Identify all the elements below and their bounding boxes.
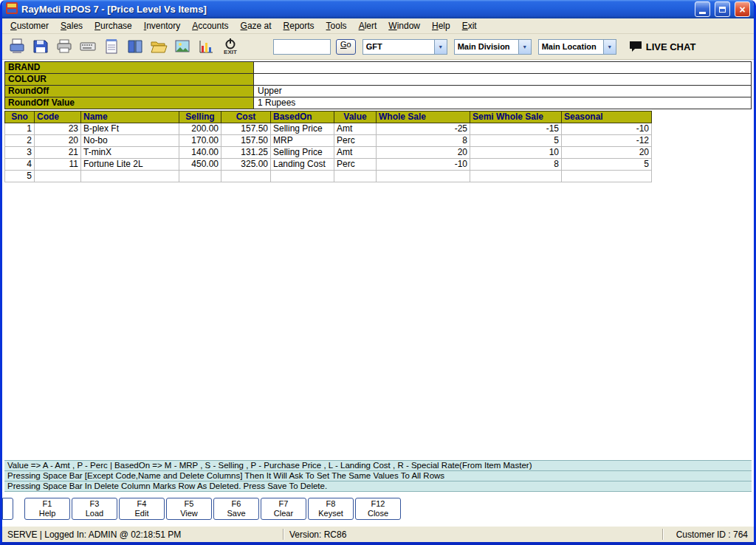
menu-reports[interactable]: Reports xyxy=(278,18,320,33)
cell-wholesale[interactable] xyxy=(377,171,470,182)
cell-cost[interactable] xyxy=(221,171,271,182)
cell-code[interactable]: 23 xyxy=(35,123,81,135)
cell-wholesale[interactable]: -10 xyxy=(377,159,470,171)
menu-tools[interactable]: Tools xyxy=(320,18,353,33)
cell-value[interactable]: Perc xyxy=(334,159,377,171)
cell-basedon[interactable]: Landing Cost xyxy=(271,159,334,171)
menu-purchase[interactable]: Purchase xyxy=(89,18,138,33)
image-icon[interactable] xyxy=(172,36,192,57)
roundoff-value-field[interactable]: 1 Rupees xyxy=(254,97,752,109)
cell-name[interactable] xyxy=(81,171,179,182)
menu-customer[interactable]: Customer xyxy=(4,18,55,33)
toolbar-search-input[interactable] xyxy=(273,39,331,55)
cell-selling[interactable]: 140.00 xyxy=(179,147,221,159)
menu-window[interactable]: Window xyxy=(382,18,426,33)
f12-close-button[interactable]: F12 Close xyxy=(355,498,401,520)
close-button[interactable]: × xyxy=(735,1,750,17)
form-row-colour: COLOUR xyxy=(4,74,752,86)
cell-sno[interactable]: 3 xyxy=(5,147,35,159)
cell-sno[interactable]: 4 xyxy=(5,159,35,171)
cell-semiwholesale[interactable]: 8 xyxy=(470,159,562,171)
brand-field[interactable] xyxy=(254,62,752,74)
cell-wholesale[interactable]: -25 xyxy=(377,123,470,135)
menu-gaze-at[interactable]: Gaze at xyxy=(235,18,278,33)
cell-value[interactable]: Amt xyxy=(334,123,377,135)
cell-name[interactable]: Fortune Lite 2L xyxy=(81,159,179,171)
cell-code[interactable]: 11 xyxy=(35,159,81,171)
cell-semiwholesale[interactable]: -15 xyxy=(470,123,562,135)
cell-code[interactable] xyxy=(35,171,81,182)
location-value: Main Location xyxy=(539,42,603,51)
restore-button[interactable] xyxy=(715,1,730,17)
cell-seasonal[interactable]: -12 xyxy=(562,135,652,147)
cell-selling[interactable]: 450.00 xyxy=(179,159,221,171)
chevron-down-icon[interactable]: ▼ xyxy=(518,40,531,54)
cell-seasonal[interactable]: 20 xyxy=(562,147,652,159)
printer-icon[interactable] xyxy=(54,36,74,57)
chevron-down-icon[interactable]: ▼ xyxy=(434,40,447,54)
cell-name[interactable]: No-bo xyxy=(81,135,179,147)
cell-name[interactable]: T-minX xyxy=(81,147,179,159)
cell-value[interactable]: Amt xyxy=(334,147,377,159)
cell-wholesale[interactable]: 20 xyxy=(377,147,470,159)
f8-keyset-button[interactable]: F8 Keyset xyxy=(308,498,354,520)
division-combobox[interactable]: Main Division ▼ xyxy=(454,39,532,55)
cell-semiwholesale[interactable]: 5 xyxy=(470,135,562,147)
cell-value[interactable]: Perc xyxy=(334,135,377,147)
f5-view-button[interactable]: F5 View xyxy=(166,498,212,520)
cell-selling[interactable]: 200.00 xyxy=(179,123,221,135)
partial-button[interactable] xyxy=(2,498,13,520)
menu-alert[interactable]: Alert xyxy=(353,18,383,33)
cell-basedon[interactable]: MRP xyxy=(271,135,334,147)
menu-accounts[interactable]: Accounts xyxy=(186,18,234,33)
f7-clear-button[interactable]: F7 Clear xyxy=(261,498,306,520)
f4-edit-button[interactable]: F4 Edit xyxy=(119,498,165,520)
menu-exit[interactable]: Exit xyxy=(456,18,483,33)
notepad-icon[interactable] xyxy=(101,36,121,57)
cell-selling[interactable]: 170.00 xyxy=(179,135,221,147)
pos-bill-icon[interactable] xyxy=(7,36,27,57)
keyboard-icon[interactable] xyxy=(78,36,97,57)
cell-semiwholesale[interactable] xyxy=(470,171,562,182)
live-chat-button[interactable]: LIVE CHAT xyxy=(629,41,696,52)
f6-save-button[interactable]: F6 Save xyxy=(213,498,259,520)
location-combobox[interactable]: Main Location ▼ xyxy=(538,39,616,55)
cell-seasonal[interactable]: 5 xyxy=(562,159,652,171)
cell-semiwholesale[interactable]: 10 xyxy=(470,147,562,159)
cell-cost[interactable]: 157.50 xyxy=(221,123,271,135)
go-button[interactable]: Go xyxy=(336,39,356,55)
cell-basedon[interactable] xyxy=(271,171,334,182)
menu-help[interactable]: Help xyxy=(426,18,456,33)
minimize-button[interactable] xyxy=(695,1,710,17)
cell-code[interactable]: 20 xyxy=(35,135,81,147)
ledger-icon[interactable] xyxy=(125,36,145,57)
cell-seasonal[interactable] xyxy=(562,171,652,182)
cell-code[interactable]: 21 xyxy=(35,147,81,159)
f3-load-button[interactable]: F3 Load xyxy=(72,498,117,520)
cell-value[interactable] xyxy=(334,171,377,182)
cell-basedon[interactable]: Selling Price xyxy=(271,123,334,135)
cell-basedon[interactable]: Selling Price xyxy=(271,147,334,159)
save-icon[interactable] xyxy=(30,36,50,57)
chart-icon[interactable] xyxy=(196,36,216,57)
cell-cost[interactable]: 157.50 xyxy=(221,135,271,147)
cell-selling[interactable] xyxy=(179,171,221,182)
cell-name[interactable]: B-plex Ft xyxy=(81,123,179,135)
cell-sno[interactable]: 1 xyxy=(5,123,35,135)
f1-help-button[interactable]: F1 Help xyxy=(24,498,70,520)
cell-sno[interactable]: 5 xyxy=(5,171,35,182)
colour-field[interactable] xyxy=(254,74,752,86)
pricelevel-combobox[interactable]: GFT ▼ xyxy=(362,39,447,55)
exit-button[interactable]: EXIT xyxy=(219,36,241,57)
roundoff-field[interactable]: Upper xyxy=(254,86,752,97)
folder-open-icon[interactable] xyxy=(148,36,168,57)
cell-cost[interactable]: 325.00 xyxy=(221,159,271,171)
menu-inventory[interactable]: Inventory xyxy=(138,18,186,33)
cell-sno[interactable]: 2 xyxy=(5,135,35,147)
app-icon xyxy=(6,2,18,16)
cell-cost[interactable]: 131.25 xyxy=(221,147,271,159)
chevron-down-icon[interactable]: ▼ xyxy=(603,40,616,54)
menu-sales[interactable]: Sales xyxy=(55,18,89,33)
cell-wholesale[interactable]: 8 xyxy=(377,135,470,147)
cell-seasonal[interactable]: -10 xyxy=(562,123,652,135)
